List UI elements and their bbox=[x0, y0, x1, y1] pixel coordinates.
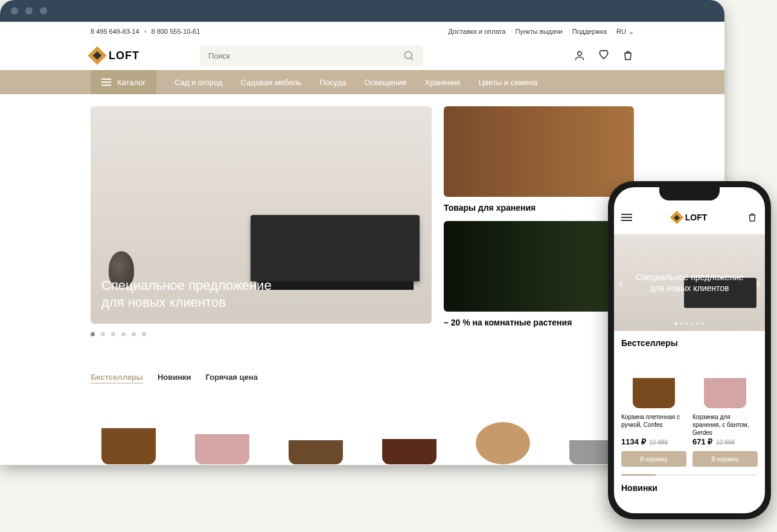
mobile-hero[interactable]: ‹ Специальное предложение для новых клие… bbox=[614, 234, 765, 331]
catalog-button[interactable]: Каталог bbox=[91, 70, 156, 94]
hero-dot[interactable] bbox=[121, 332, 126, 336]
search-bar[interactable] bbox=[200, 45, 423, 66]
promo-title: Товары для хранения bbox=[444, 203, 634, 213]
mobile-hero-pagination bbox=[675, 322, 705, 325]
mobile-menu-icon[interactable] bbox=[621, 214, 632, 221]
chevron-down-icon: ⌄ bbox=[628, 28, 634, 36]
product-card[interactable] bbox=[278, 398, 353, 464]
catalog-label: Каталог bbox=[117, 78, 145, 87]
tab-hot-price[interactable]: Горячая цена bbox=[206, 373, 258, 383]
nav-garden[interactable]: Сад и огород bbox=[174, 78, 223, 87]
hero-dot[interactable] bbox=[702, 322, 705, 325]
hero-dot[interactable] bbox=[686, 322, 688, 325]
hero-dot[interactable] bbox=[680, 322, 683, 325]
promo-image bbox=[444, 106, 634, 197]
pickup-link[interactable]: Пункты выдачи bbox=[515, 28, 562, 35]
mobile-product-card[interactable]: Корзина плетенная с ручкой, Confes 1134 … bbox=[621, 354, 686, 467]
hero-prev-arrow[interactable]: ‹ bbox=[619, 276, 623, 290]
product-price: 1134 ₽ bbox=[621, 437, 646, 446]
nav-furniture[interactable]: Садовая мебель bbox=[241, 78, 302, 87]
hero-pagination bbox=[91, 332, 432, 336]
product-card[interactable] bbox=[184, 398, 260, 464]
product-card[interactable] bbox=[465, 398, 540, 464]
promo-card-storage[interactable]: Товары для хранения bbox=[444, 106, 634, 213]
product-card[interactable] bbox=[371, 398, 447, 464]
phone-link-1[interactable]: 8 495 649-83-14 bbox=[91, 28, 139, 35]
mobile-section-title-2: Новинки bbox=[621, 483, 758, 493]
heart-icon[interactable] bbox=[598, 50, 610, 62]
mobile-cart-icon[interactable] bbox=[747, 212, 758, 223]
product-old-price: 12 999 bbox=[716, 439, 735, 446]
logo-icon bbox=[670, 211, 683, 225]
mobile-product-card[interactable]: Корзинка для хранения, с бантом, Gerdes … bbox=[692, 354, 758, 467]
hamburger-icon bbox=[101, 79, 111, 86]
hero-sofa-decor bbox=[251, 215, 420, 281]
window-close-dot[interactable] bbox=[11, 7, 18, 14]
svg-line-1 bbox=[411, 57, 413, 60]
product-old-price: 12 999 bbox=[650, 439, 668, 446]
hero-dot[interactable] bbox=[101, 332, 105, 336]
nav-flowers[interactable]: Цветы и семена bbox=[479, 78, 537, 87]
product-card[interactable] bbox=[91, 398, 166, 464]
promo-card-plants[interactable]: – 20 % на комнатные растения bbox=[444, 221, 634, 327]
promo-title: – 20 % на комнатные растения bbox=[444, 318, 634, 327]
hero-dot[interactable] bbox=[91, 332, 95, 336]
svg-point-2 bbox=[578, 51, 582, 56]
phone-mockup: LOFT ‹ Специальное предложение для новых… bbox=[608, 181, 771, 519]
hero-dot[interactable] bbox=[132, 332, 136, 336]
brand-logo[interactable]: LOFT bbox=[91, 49, 139, 62]
lang-label: RU bbox=[616, 28, 626, 35]
user-icon[interactable] bbox=[574, 50, 586, 62]
search-input[interactable] bbox=[208, 51, 403, 60]
mobile-logo[interactable]: LOFT bbox=[672, 213, 708, 222]
browser-titlebar bbox=[0, 0, 724, 22]
window-maximize-dot[interactable] bbox=[40, 7, 47, 14]
hero-dot[interactable] bbox=[697, 322, 699, 325]
delivery-link[interactable]: Доставка и оплата bbox=[448, 28, 505, 35]
nav-dishes[interactable]: Посуда bbox=[319, 78, 346, 87]
support-link[interactable]: Поддержка bbox=[572, 28, 607, 35]
hero-text: Специальное предложение для новых клиент… bbox=[101, 277, 272, 312]
product-price: 671 ₽ bbox=[692, 437, 712, 446]
brand-name: LOFT bbox=[109, 50, 139, 62]
tab-bestsellers[interactable]: Бестселлеры bbox=[91, 373, 143, 383]
add-to-cart-button[interactable]: В корзину bbox=[621, 451, 686, 467]
hero-dot[interactable] bbox=[111, 332, 115, 336]
phone-notch bbox=[659, 187, 720, 200]
hero-dot[interactable] bbox=[142, 332, 146, 336]
mobile-hero-text: Специальное предложение для новых клиент… bbox=[635, 272, 743, 293]
language-selector[interactable]: RU ⌄ bbox=[616, 28, 634, 36]
promo-image bbox=[444, 221, 634, 312]
product-name: Корзина плетенная с ручкой, Confes bbox=[621, 413, 686, 434]
phone-link-2[interactable]: 8 800 555-10-61 bbox=[152, 28, 200, 35]
brand-name: LOFT bbox=[685, 213, 708, 222]
hero-dot[interactable] bbox=[691, 322, 694, 325]
svg-point-0 bbox=[404, 51, 412, 59]
hero-next-arrow[interactable]: › bbox=[756, 276, 760, 290]
hero-banner[interactable]: Специальное предложение для новых клиент… bbox=[91, 106, 432, 324]
cart-icon[interactable] bbox=[622, 50, 634, 62]
add-to-cart-button[interactable]: В корзину bbox=[692, 451, 758, 467]
nav-storage[interactable]: Хранение bbox=[425, 78, 461, 87]
window-minimize-dot[interactable] bbox=[25, 7, 33, 14]
hero-dot[interactable] bbox=[675, 322, 677, 325]
mobile-section-title: Бестселлеры bbox=[621, 338, 758, 348]
separator: • bbox=[144, 28, 147, 35]
product-name: Корзинка для хранения, с бантом, Gerdes bbox=[692, 413, 758, 434]
search-icon[interactable] bbox=[403, 50, 415, 62]
logo-icon bbox=[88, 46, 106, 65]
nav-lighting[interactable]: Освещение bbox=[364, 78, 406, 87]
tab-new[interactable]: Новинки bbox=[158, 373, 191, 383]
